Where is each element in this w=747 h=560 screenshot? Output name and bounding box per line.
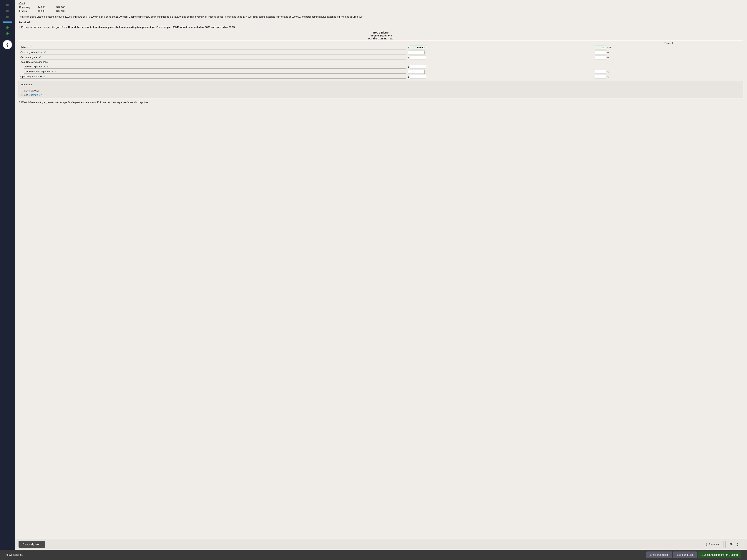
operating-income-label-cell: Operating income ✓ (19, 74, 407, 79)
feedback-title: Feedback (21, 83, 741, 86)
beginning-label: Beginning (19, 5, 37, 9)
description-text: Next year, Bob's Bistro expects to produ… (19, 15, 743, 19)
less-operating-label-wrapper: Less: Operating expenses (20, 60, 406, 64)
sidebar-dot-2 (6, 10, 9, 12)
chevron-right-icon: ❯ (737, 543, 739, 546)
sales-amount-cell: $ ✓ (407, 45, 594, 50)
gross-margin-amount-wrapper: $ (408, 56, 593, 59)
sales-dollar-sign: $ (408, 46, 409, 49)
feedback-section: Feedback ▼ Check My Work 1. See Example … (19, 81, 743, 98)
cogs-label-cell: Cost of goods sold ✓ (19, 50, 407, 55)
admin-expenses-percent-symbol: % (607, 70, 609, 73)
selling-expenses-amount-wrapper: $ (408, 65, 593, 69)
operating-income-amount-wrapper: $ (408, 75, 593, 79)
operating-income-dollar-sign: $ (408, 75, 409, 78)
instruction-text: 1. Prepare an income statement in good f… (19, 25, 743, 29)
cogs-dropdown[interactable]: Cost of goods sold (20, 51, 43, 54)
required-label: Required: (19, 21, 743, 24)
gross-margin-label-cell: Gross margin ✓ (19, 55, 407, 60)
ebook-row: eBook (19, 2, 743, 5)
gross-margin-dollar-sign: $ (408, 56, 409, 59)
feedback-check-my-work[interactable]: ▼ Check My Work (21, 90, 741, 92)
admin-expenses-dropdown[interactable]: Administrative expenses (24, 70, 54, 73)
table-row: Less: Operating expenses (19, 60, 743, 64)
cogs-label-check: ✓ (44, 51, 46, 54)
cogs-percent-input[interactable] (595, 51, 606, 54)
save-and-exit-button[interactable]: Save and Exit (673, 552, 697, 558)
selling-expenses-label-wrapper: Selling expenses ✓ (24, 65, 406, 69)
operating-income-percent-input[interactable] (595, 75, 606, 79)
selling-expenses-label-check: ✓ (47, 65, 49, 68)
sidebar-dot-4 (6, 26, 9, 29)
ebook-link[interactable]: eBook (19, 2, 25, 5)
selling-expenses-label-cell: Selling expenses ✓ (19, 64, 407, 69)
table-row: Gross margin ✓ $ (19, 55, 743, 60)
operating-income-label-check: ✓ (43, 75, 45, 78)
q2-text: 2. What if the operating expenses percen… (19, 101, 743, 104)
gross-margin-percent-symbol: % (607, 56, 609, 59)
cogs-percent-wrapper: % (595, 51, 742, 54)
gross-margin-label-wrapper: Gross margin ✓ (20, 56, 406, 59)
sales-percent-input[interactable] (595, 46, 606, 49)
previous-label: Previous (709, 543, 719, 546)
admin-expenses-amount-input[interactable] (408, 70, 424, 74)
feedback-hint-text: 1. See (21, 94, 28, 96)
check-my-work-button[interactable]: Check My Work (19, 541, 45, 548)
statement-period: For the Coming Year (19, 37, 743, 40)
selling-expenses-dropdown[interactable]: Selling expenses (24, 65, 46, 68)
operating-income-label-wrapper: Operating income ✓ (20, 75, 406, 79)
sales-label-check: ✓ (30, 46, 32, 49)
feedback-divider (21, 88, 741, 88)
sales-amount-wrapper: $ ✓ (408, 46, 593, 49)
instruction-prefix: 1. Prepare an income statement in good f… (19, 26, 68, 28)
operating-income-percent-wrapper: % (595, 75, 742, 79)
table-row: Administrative expenses ✓ % (19, 69, 743, 74)
content-body: eBook Beginning $4,000 $12,100 Ending $3… (15, 0, 747, 539)
statement-header: Bob's Bistro Income Statement For the Co… (19, 31, 743, 41)
sales-percent-cell: ✓ % (594, 45, 743, 50)
admin-expenses-percent-cell: % (594, 69, 743, 74)
sidebar-progress-bar (3, 22, 12, 23)
operating-income-amount-input[interactable] (410, 75, 426, 79)
next-button[interactable]: Next ❯ (725, 541, 743, 548)
triangle-icon: ▼ (21, 90, 23, 92)
previous-button[interactable]: ❮ Previous (701, 541, 723, 548)
selling-expenses-amount-input[interactable] (410, 65, 426, 69)
back-button[interactable]: ❮ (3, 40, 12, 49)
admin-expenses-amount-cell (407, 69, 594, 74)
percent-header: Percent (594, 41, 743, 45)
chevron-left-icon: ❮ (705, 543, 708, 546)
operating-income-percent-cell: % (594, 74, 743, 79)
example-link[interactable]: Example 2.4 (29, 94, 42, 96)
gross-margin-percent-input[interactable] (595, 56, 606, 59)
instruction-bold: Round the percent to four decimal places… (68, 26, 235, 28)
sales-amount-input[interactable] (410, 46, 426, 49)
label-header (19, 41, 407, 45)
less-operating-amount-cell (407, 60, 594, 64)
selling-expenses-amount-cell: $ (407, 64, 594, 69)
gross-margin-percent-cell: % (594, 55, 743, 60)
sales-percent-symbol: % (609, 46, 611, 49)
gross-margin-dropdown[interactable]: Gross margin (20, 56, 38, 59)
table-row: Cost of goods sold ✓ % (19, 50, 743, 55)
sidebar-dot-5 (6, 32, 9, 35)
submit-assignment-button[interactable]: Submit Assignment for Grading (698, 552, 742, 558)
email-instructor-button[interactable]: Email Instructor (646, 552, 672, 558)
selling-expenses-percent-cell (594, 64, 743, 69)
gross-margin-amount-input[interactable] (410, 56, 426, 59)
admin-expenses-label-check: ✓ (55, 70, 57, 73)
sales-amount-check: ✓ (427, 46, 429, 49)
cogs-percent-cell: % (594, 50, 743, 55)
operating-income-dropdown[interactable]: Operating income (20, 75, 43, 78)
admin-expenses-percent-wrapper: % (595, 70, 742, 74)
ending-col1: $3,900 (37, 9, 56, 13)
admin-expenses-percent-input[interactable] (595, 70, 606, 74)
cogs-amount-input[interactable] (408, 51, 424, 54)
sales-dropdown[interactable]: Sales (20, 46, 29, 49)
gross-margin-percent-wrapper: % (595, 56, 742, 59)
admin-expenses-label-cell: Administrative expenses ✓ (19, 69, 407, 74)
footer-buttons: Email Instructor Save and Exit Submit As… (646, 552, 742, 558)
nav-buttons: ❮ Previous Next ❯ (701, 541, 743, 548)
inventory-row-beginning: Beginning $4,000 $12,100 (19, 5, 743, 9)
sales-label-cell: Sales ✓ (19, 45, 407, 50)
